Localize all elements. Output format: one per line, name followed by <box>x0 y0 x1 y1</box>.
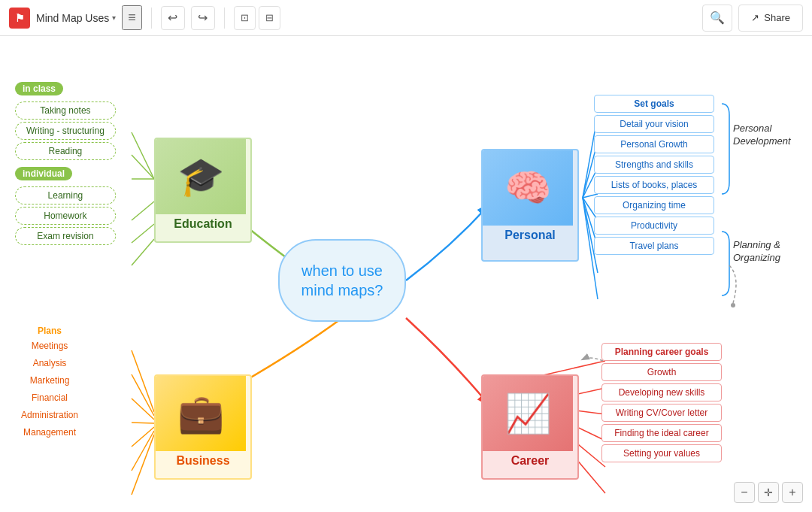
svg-line-27 <box>132 435 154 495</box>
career-item-growth[interactable]: Growth <box>601 363 722 381</box>
center-text: when to use mind maps? <box>301 261 383 300</box>
personal-item-growth[interactable]: Personal Growth <box>594 135 714 153</box>
title-area: Mind Map Uses ▾ <box>36 12 116 24</box>
business-branch: Plans Meetings Analysis Marketing Financ… <box>15 326 84 442</box>
edu-item-reading[interactable]: Reading <box>15 142 116 160</box>
zoom-controls: − ✛ + <box>734 482 803 503</box>
career-node[interactable]: 📈 Career <box>481 374 579 480</box>
biz-item-meetings[interactable]: Meetings <box>15 338 84 353</box>
zoom-out-button[interactable]: − <box>734 482 755 503</box>
business-node[interactable]: 💼 Business <box>154 374 252 480</box>
title-chevron-icon: ▾ <box>112 14 116 22</box>
svg-line-15 <box>132 132 154 179</box>
personal-image: 🧠 <box>483 150 573 226</box>
biz-item-financial[interactable]: Financial <box>15 390 84 405</box>
share-icon: ↗ <box>751 12 759 23</box>
svg-line-23 <box>132 398 154 420</box>
personal-node[interactable]: 🧠 Personal <box>481 149 579 262</box>
edu-item-learning[interactable]: Learning <box>15 186 116 204</box>
svg-line-16 <box>132 155 154 179</box>
biz-item-management[interactable]: Management <box>15 425 84 440</box>
personal-item-lists[interactable]: Lists of books, places <box>594 176 714 194</box>
career-branch: Planning career goals Growth Developing … <box>601 341 722 465</box>
career-item-planning[interactable]: Planning career goals <box>601 343 722 361</box>
biz-item-admin[interactable]: Administration <box>15 407 84 423</box>
app-logo: ⚑ <box>9 8 30 29</box>
business-image: 💼 <box>156 376 246 451</box>
personal-branch: Set goals Detail your vision Personal Gr… <box>594 92 714 257</box>
edu-item-writing[interactable]: Writing - structuring <box>15 122 116 140</box>
logo-text: ⚑ <box>15 12 25 24</box>
zoom-in-button[interactable]: + <box>782 482 803 503</box>
business-header: Plans <box>15 326 84 336</box>
career-item-skills[interactable]: Developing new skills <box>601 383 722 401</box>
career-item-ideal[interactable]: Finding the ideal career <box>601 424 722 442</box>
svg-point-8 <box>731 303 735 308</box>
layout-buttons: ⊡ ⊟ <box>234 6 280 30</box>
svg-line-26 <box>132 431 154 471</box>
svg-line-18 <box>132 201 154 220</box>
edu-item-taking-notes[interactable]: Taking notes <box>15 101 116 120</box>
biz-item-marketing[interactable]: Marketing <box>15 373 84 388</box>
personal-item-strengths[interactable]: Strengths and skills <box>594 156 714 174</box>
svg-line-19 <box>132 224 154 243</box>
menu-button[interactable]: ≡ <box>122 5 142 30</box>
in-class-label: in class <box>15 82 63 95</box>
personal-item-goals[interactable]: Set goals <box>594 95 714 113</box>
career-label: Career <box>483 451 577 471</box>
svg-line-24 <box>132 423 154 423</box>
career-item-values[interactable]: Setting your values <box>601 444 722 462</box>
clone-button[interactable]: ⊟ <box>259 6 280 30</box>
svg-line-25 <box>132 427 154 447</box>
personal-item-organizing[interactable]: Organizing time <box>594 196 714 214</box>
share-button[interactable]: ↗ Share <box>738 5 803 32</box>
svg-line-21 <box>132 350 154 412</box>
education-image: 🎓 <box>156 139 246 214</box>
undo-button[interactable]: ↩ <box>161 6 185 30</box>
education-node[interactable]: 🎓 Education <box>154 138 252 243</box>
career-image: 📈 <box>483 376 573 451</box>
svg-line-20 <box>132 239 154 265</box>
search-button[interactable]: 🔍 <box>702 5 732 32</box>
edu-item-exam[interactable]: Exam revision <box>15 227 116 245</box>
career-item-cv[interactable]: Writing CV/Cover letter <box>601 404 722 422</box>
personal-development-label: Personal Development <box>733 123 791 148</box>
business-label: Business <box>156 451 250 471</box>
planning-organizing-label: Planning & Organizing <box>733 239 780 265</box>
personal-item-vision[interactable]: Detail your vision <box>594 115 714 133</box>
center-node[interactable]: when to use mind maps? <box>278 239 406 322</box>
personal-item-travel[interactable]: Travel plans <box>594 237 714 255</box>
education-branch: in class Taking notes Writing - structur… <box>15 81 116 247</box>
document-title[interactable]: Mind Map Uses <box>36 12 109 24</box>
svg-line-22 <box>132 374 154 416</box>
topbar-divider-1 <box>151 8 152 29</box>
edu-item-homework[interactable]: Homework <box>15 207 116 225</box>
zoom-fit-button[interactable]: ✛ <box>758 482 779 503</box>
individual-label: individual <box>15 167 72 180</box>
topbar: ⚑ Mind Map Uses ▾ ≡ ↩ ↪ ⊡ ⊟ 🔍 ↗ Share <box>0 0 812 36</box>
redo-button[interactable]: ↪ <box>191 6 215 30</box>
biz-item-analysis[interactable]: Analysis <box>15 356 84 371</box>
canvas: when to use mind maps? 🎓 Education 🧠 Per… <box>0 36 812 512</box>
education-label: Education <box>156 214 250 234</box>
share-label: Share <box>764 12 790 23</box>
personal-label: Personal <box>483 226 577 245</box>
personal-item-productivity[interactable]: Productivity <box>594 217 714 235</box>
insert-button[interactable]: ⊡ <box>234 6 256 30</box>
topbar-divider-2 <box>224 8 225 29</box>
